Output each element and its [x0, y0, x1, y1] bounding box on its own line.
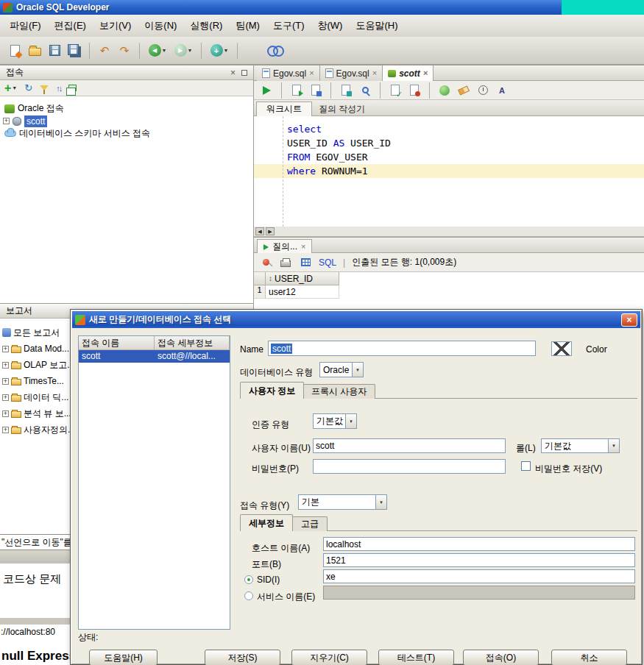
cascade-button[interactable] — [68, 85, 77, 91]
expand-icon[interactable]: + — [2, 378, 9, 385]
menu-item-2[interactable]: 보기(V) — [93, 16, 138, 35]
gears-button[interactable] — [264, 41, 286, 60]
dialog-titlebar[interactable]: 새로 만들기/데이터베이스 접속 선택 × — [72, 311, 640, 328]
horizontal-scrollbar[interactable]: ◀ ▶ — [254, 227, 644, 237]
role-dropdown[interactable]: 기본값 ▼ — [541, 438, 620, 453]
save-all-button[interactable] — [66, 41, 83, 60]
redo-button[interactable]: ↷ — [116, 41, 133, 60]
expand-icon[interactable]: + — [2, 427, 9, 433]
tab-scott[interactable]: scott × — [383, 65, 434, 81]
menu-item-5[interactable]: 팀(M) — [229, 16, 266, 35]
pin-button[interactable] — [259, 253, 272, 272]
unshared-worksheet-button[interactable] — [436, 83, 453, 98]
expand-icon[interactable]: + — [2, 394, 9, 401]
save-button[interactable]: 저장(S) — [205, 650, 280, 665]
scroll-left-icon[interactable]: ◀ — [255, 227, 264, 235]
sid-radio[interactable] — [244, 575, 253, 584]
code-line[interactable]: select — [254, 122, 644, 136]
sid-field[interactable]: xe — [323, 569, 635, 583]
db-type-dropdown[interactable]: Oracle ▼ — [319, 362, 364, 377]
tab-advanced[interactable]: 고급 — [292, 516, 328, 531]
code-line[interactable]: where ROWNUM=1 — [254, 164, 644, 178]
test-button[interactable]: 테스트(T) — [378, 650, 454, 665]
restore-icon[interactable] — [241, 70, 247, 76]
auth-type-dropdown[interactable]: 기본값 ▼ — [313, 413, 357, 429]
sort-button[interactable]: ↑↓ — [56, 84, 61, 93]
close-icon[interactable]: × — [372, 69, 377, 77]
menu-item-0[interactable]: 파일(F) — [3, 16, 48, 35]
tab-worksheet[interactable]: 워크시트 — [256, 102, 312, 116]
add-connection-button[interactable]: +▼ — [4, 82, 17, 94]
close-icon[interactable]: × — [230, 68, 236, 77]
cancel-button[interactable]: 취소 — [551, 650, 627, 665]
save-button[interactable] — [46, 41, 63, 60]
menu-item-8[interactable]: 도움말(H) — [349, 16, 404, 35]
expand-icon[interactable]: + — [2, 346, 9, 352]
forward-button[interactable]: ▶▼ — [171, 41, 195, 60]
connection-list-row[interactable]: scott scott@//local... — [79, 350, 230, 363]
menu-item-6[interactable]: 도구(T) — [266, 16, 311, 35]
username-field[interactable]: scott — [313, 438, 506, 453]
find-button[interactable]: A — [494, 83, 510, 98]
close-icon[interactable]: × — [301, 243, 305, 251]
scroll-right-icon[interactable]: ▶ — [266, 227, 275, 235]
tab-egov-sql-1[interactable]: Egov.sql × — [257, 65, 320, 81]
tab-egov-sql-2[interactable]: Egov.sql × — [320, 65, 383, 81]
refresh-button[interactable]: ↻ — [24, 83, 32, 93]
back-button[interactable]: ◀▼ — [146, 41, 169, 60]
menu-item-1[interactable]: 편집(E) — [48, 16, 93, 35]
tab-user-info[interactable]: 사용자 정보 — [240, 382, 304, 399]
code-editor[interactable]: selectUSER_ID AS USER_IDFROM EGOV_USERwh… — [254, 116, 644, 227]
tree-node-oracle-connections[interactable]: Oracle 접속 — [0, 102, 253, 115]
connection-type-dropdown[interactable]: 기본 ▼ — [298, 494, 387, 510]
code-line[interactable]: FROM EGOV_USER — [254, 150, 644, 164]
menu-item-3[interactable]: 이동(N) — [138, 16, 183, 35]
autotrace-button[interactable] — [308, 83, 324, 98]
color-swatch-button[interactable] — [551, 341, 572, 356]
new-file-button[interactable] — [6, 41, 24, 60]
clear-button[interactable] — [456, 83, 472, 98]
code-line[interactable]: USER_ID AS USER_ID — [254, 136, 644, 150]
save-password-checkbox[interactable] — [521, 461, 531, 471]
clear-button[interactable]: 지우기(C) — [291, 650, 367, 665]
print-button[interactable] — [279, 253, 292, 272]
grid-cell[interactable]: user12 — [266, 285, 339, 299]
tree-node-schema-services[interactable]: 데이터베이스 스키마 서비스 접속 — [0, 127, 253, 140]
tree-node-scott[interactable]: + scott — [0, 115, 253, 127]
help-button[interactable]: 도움말(H) — [89, 650, 158, 665]
expand-icon[interactable]: + — [2, 362, 9, 369]
tab-details[interactable]: 세부정보 — [240, 514, 293, 531]
run-script-button[interactable] — [289, 83, 305, 98]
hostname-field[interactable]: localhost — [323, 537, 635, 551]
port-field[interactable]: 1521 — [323, 553, 635, 567]
name-field[interactable]: scott — [268, 341, 536, 356]
tab-query-builder[interactable]: 질의 작성기 — [319, 103, 365, 115]
close-button[interactable]: × — [621, 313, 637, 327]
rollback-button[interactable] — [406, 83, 422, 98]
sql-link[interactable]: SQL — [319, 257, 336, 268]
password-field[interactable] — [313, 459, 506, 474]
close-icon[interactable]: × — [423, 69, 428, 77]
close-icon[interactable]: × — [309, 69, 314, 77]
sql-tuning-button[interactable] — [357, 83, 373, 98]
grid-button[interactable] — [299, 253, 312, 272]
grid-column-header[interactable]: ↕ USER_ID — [266, 272, 339, 285]
expand-icon[interactable]: + — [3, 118, 10, 124]
expand-icon[interactable]: + — [2, 410, 9, 417]
run-statement-button[interactable] — [258, 83, 275, 98]
service-name-radio[interactable] — [244, 591, 253, 600]
connections-button[interactable]: +▼ — [208, 41, 231, 60]
commit-button[interactable] — [387, 83, 403, 98]
titlebar[interactable]: Oracle SQL Developer — [0, 0, 644, 15]
tab-query-result[interactable]: 질의... × — [257, 239, 312, 254]
menu-item-7[interactable]: 창(W) — [311, 16, 350, 35]
sql-history-button[interactable] — [475, 83, 491, 98]
undo-button[interactable]: ↶ — [96, 41, 113, 60]
menu-item-4[interactable]: 실행(R) — [183, 16, 229, 35]
column-header-connection-detail[interactable]: 접속 세부정보 — [155, 336, 230, 350]
tab-proxy-user[interactable]: 프록시 사용자 — [302, 384, 375, 399]
open-file-button[interactable] — [26, 41, 43, 60]
connect-button[interactable]: 접속(O) — [463, 650, 539, 665]
filter-button[interactable] — [40, 85, 49, 90]
explain-plan-button[interactable] — [338, 83, 354, 98]
